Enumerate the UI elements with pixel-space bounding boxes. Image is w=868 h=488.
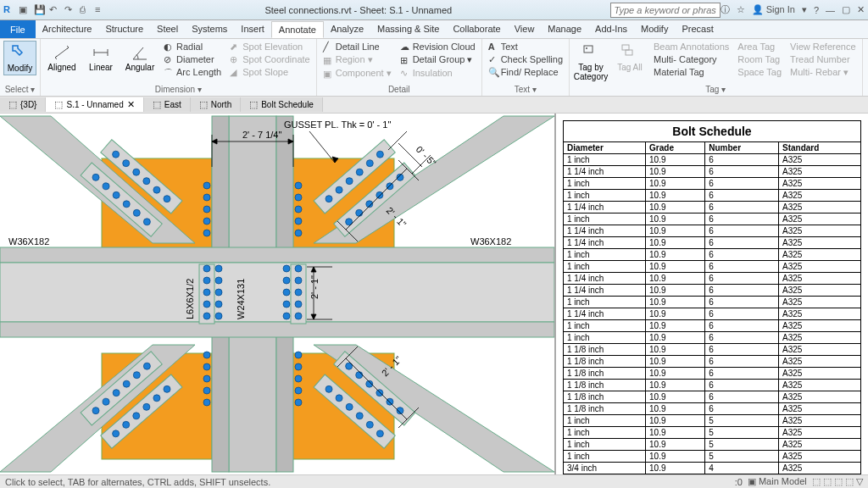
table-row[interactable]: 1 1/4 inch10.96A325 [564, 273, 861, 285]
angular-dim-button[interactable]: Angular [122, 41, 158, 74]
linear-dim-button[interactable]: Linear [83, 41, 119, 74]
menu-tab-view[interactable]: View [508, 21, 542, 38]
table-row[interactable]: 3/4 inch10.94A325 [564, 474, 861, 475]
table-row[interactable]: 1 inch10.96A325 [564, 249, 861, 261]
room-tag-button[interactable]: Room Tag [735, 53, 784, 65]
model-selector[interactable]: ▣ Main Model [748, 476, 807, 487]
menu-tab-structure[interactable]: Structure [98, 21, 150, 38]
status-icons[interactable]: ⬚ ⬚ ⬚ ⬚ ▽ [812, 476, 863, 487]
close-button[interactable]: ✕ [857, 4, 865, 15]
table-row[interactable]: 1 inch10.95A325 [564, 451, 861, 463]
modify-button[interactable]: Modify [3, 41, 36, 75]
table-row[interactable]: 1 inch10.95A325 [564, 415, 861, 427]
insulation-button[interactable]: ∿Insulation [398, 67, 478, 79]
multi-cat-button[interactable]: Multi- Category [651, 53, 732, 65]
menu-tab-steel[interactable]: Steel [150, 21, 185, 38]
close-icon[interactable]: ✕ [127, 99, 135, 110]
table-row[interactable]: 1 1/4 inch10.96A325 [564, 237, 861, 249]
view-tab[interactable]: ⬚ S.1 - Unnamed ✕ [46, 97, 143, 112]
table-row[interactable]: 1 inch10.96A325 [564, 332, 861, 344]
file-tab[interactable]: File [0, 20, 36, 38]
text-group-label[interactable]: Text ▾ [486, 83, 565, 94]
view-tab[interactable]: ⬚ {3D} [0, 97, 46, 112]
table-row[interactable]: 1 1/4 inch10.96A325 [564, 166, 861, 178]
info-icon[interactable]: ⓘ [721, 3, 730, 16]
menu-tab-manage[interactable]: Manage [541, 21, 588, 38]
table-row[interactable]: 1 1/4 inch10.96A325 [564, 202, 861, 214]
menu-tab-systems[interactable]: Systems [185, 21, 234, 38]
menu-tab-architecture[interactable]: Architecture [36, 21, 99, 38]
material-tag-button[interactable]: Material Tag [651, 66, 732, 78]
table-row[interactable]: 1 1/8 inch10.96A325 [564, 344, 861, 356]
menu-tab-insert[interactable]: Insert [234, 21, 271, 38]
help-icon[interactable]: ? [814, 5, 819, 15]
spot-coord-button[interactable]: ⊕Spot Coordinate [227, 53, 313, 65]
print-icon[interactable]: ⎙ [80, 4, 92, 16]
table-row[interactable]: 1 inch10.96A325 [564, 297, 861, 308]
tag-by-category-button[interactable]: Tag by Category [573, 41, 609, 83]
detail-line-button[interactable]: ╱Detail Line [320, 41, 394, 53]
table-row[interactable]: 1 1/8 inch10.96A325 [564, 356, 861, 368]
spot-slope-button[interactable]: ◢Spot Slope [227, 66, 313, 78]
save-icon[interactable]: 💾 [34, 4, 46, 16]
undo-icon[interactable]: ↶ [49, 4, 61, 16]
table-row[interactable]: 1 inch10.96A325 [564, 154, 861, 166]
table-row[interactable]: 1 1/8 inch10.96A325 [564, 368, 861, 380]
find-replace-button[interactable]: 🔍Find/ Replace [486, 66, 565, 78]
beam-annot-button[interactable]: Beam Annotations [651, 41, 732, 53]
table-row[interactable]: 1 1/4 inch10.96A325 [564, 285, 861, 297]
search-input[interactable] [610, 3, 721, 18]
table-row[interactable]: 1 inch10.95A325 [564, 439, 861, 451]
table-row[interactable]: 1 inch10.96A325 [564, 214, 861, 225]
table-row[interactable]: 1 1/4 inch10.96A325 [564, 225, 861, 237]
measure-icon[interactable]: ≡ [95, 4, 107, 16]
table-row[interactable]: 1 1/8 inch10.96A325 [564, 391, 861, 403]
menu-tab-collaborate[interactable]: Collaborate [446, 21, 507, 38]
table-row[interactable]: 1 1/8 inch10.96A325 [564, 380, 861, 391]
tag-all-button[interactable]: Tag All [612, 41, 648, 74]
aligned-dim-button[interactable]: Aligned [44, 41, 80, 74]
arc-length-button[interactable]: ⌒Arc Length [161, 66, 224, 78]
table-row[interactable]: 1 inch10.96A325 [564, 190, 861, 202]
region-button[interactable]: ▦Region ▾ [320, 53, 394, 66]
drawing-area[interactable]: 2' - 7 1/4" GUSSET PL. Thk = 0' - 1" 0' … [0, 114, 554, 474]
star-icon[interactable]: ☆ [737, 4, 745, 15]
text-button[interactable]: AText [486, 41, 565, 53]
diameter-button[interactable]: ⊘Diameter [161, 53, 224, 65]
space-tag-button[interactable]: Space Tag [735, 66, 784, 78]
check-spelling-button[interactable]: ✓Check Spelling [486, 53, 565, 65]
app-menu-icon[interactable]: ▾ [802, 4, 807, 15]
tread-num-button[interactable]: Tread Number [787, 53, 858, 65]
minimize-button[interactable]: — [826, 5, 835, 15]
menu-tab-massingsite[interactable]: Massing & Site [370, 21, 446, 38]
table-row[interactable]: 1 inch10.96A325 [564, 320, 861, 332]
signin-button[interactable]: 👤 Sign In [752, 4, 795, 15]
view-tab[interactable]: ⬚ East [144, 97, 191, 112]
dimension-group-label[interactable]: Dimension ▾ [44, 83, 313, 94]
redo-icon[interactable]: ↷ [64, 4, 76, 16]
view-tab[interactable]: ⬚ Bolt Schedule [241, 97, 323, 112]
view-tab[interactable]: ⬚ North [191, 97, 241, 112]
menu-tab-modify[interactable]: Modify [634, 21, 675, 38]
menu-tab-addins[interactable]: Add-Ins [588, 21, 634, 38]
table-row[interactable]: 1 inch10.96A325 [564, 261, 861, 273]
revision-cloud-button[interactable]: ☁Revision Cloud [398, 41, 478, 53]
select-group-label[interactable]: Select ▾ [3, 83, 36, 94]
tag-group-label[interactable]: Tag ▾ [573, 83, 859, 94]
detail-group-button[interactable]: ⊞Detail Group ▾ [398, 53, 478, 66]
table-row[interactable]: 3/4 inch10.94A325 [564, 463, 861, 474]
menu-tab-precast[interactable]: Precast [675, 21, 720, 38]
open-icon[interactable]: ▣ [19, 4, 31, 16]
table-row[interactable]: 1 inch10.95A325 [564, 427, 861, 439]
menu-tab-analyze[interactable]: Analyze [324, 21, 370, 38]
table-row[interactable]: 1 1/8 inch10.96A325 [564, 403, 861, 415]
maximize-button[interactable]: ▢ [842, 4, 850, 15]
component-button[interactable]: ▣Component ▾ [320, 67, 394, 80]
spot-elev-button[interactable]: ⬈Spot Elevation [227, 41, 313, 53]
table-row[interactable]: 1 1/4 inch10.96A325 [564, 308, 861, 320]
menu-tab-annotate[interactable]: Annotate [271, 21, 324, 38]
area-tag-button[interactable]: Area Tag [735, 41, 784, 53]
multi-rebar-button[interactable]: Multi- Rebar ▾ [787, 66, 858, 79]
view-ref-button[interactable]: View Reference [787, 41, 858, 53]
table-row[interactable]: 1 inch10.96A325 [564, 178, 861, 190]
